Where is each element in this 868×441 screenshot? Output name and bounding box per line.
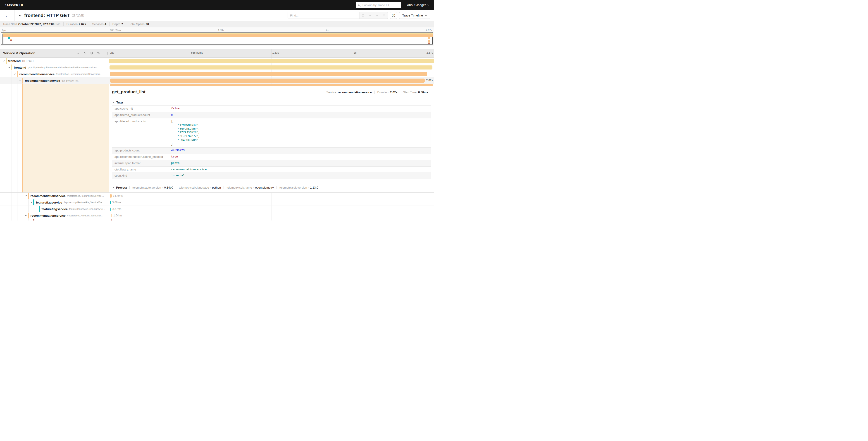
tag-row[interactable]: otel.library.name recommendationservice <box>112 167 431 173</box>
span-row[interactable]: recommendationservice get_product_list 2… <box>0 78 434 84</box>
service-color-accent <box>11 64 12 70</box>
focus-match-icon[interactable] <box>360 12 367 19</box>
span-bar[interactable] <box>111 214 112 217</box>
process-tag-key: telemetry.auto.version <box>132 186 161 189</box>
column-resize-handle[interactable] <box>107 52 108 55</box>
span-row[interactable] <box>0 219 434 220</box>
span-timeline-cell[interactable] <box>109 71 434 77</box>
prev-match-icon[interactable] <box>367 12 374 19</box>
span-duration-label: 14.49ms <box>113 194 123 198</box>
span-bar[interactable] <box>110 72 428 76</box>
about-jaeger-menu[interactable]: About Jaeger <box>407 3 430 7</box>
span-timeline-cell[interactable]: 3.47ms <box>109 206 434 212</box>
span-timeline-cell[interactable]: 3.68ms <box>109 199 434 206</box>
timeline-tick-label: 1.33s <box>273 51 279 54</box>
span-detail-tree-gutter <box>0 84 109 193</box>
span-row[interactable]: recommendationservice /hipstershop.Featu… <box>0 193 434 199</box>
span-toggle-chevron-icon[interactable] <box>30 201 33 204</box>
span-tree-cell[interactable]: recommendationservice /hipstershop.Produ… <box>0 212 109 219</box>
expand-one-icon[interactable] <box>83 52 87 55</box>
span-timeline-cell[interactable] <box>109 64 434 70</box>
tag-row[interactable]: app.filtered_products.count 8 <box>112 112 431 118</box>
tag-row[interactable]: app.cache_hit false <box>112 106 431 112</box>
span-bar[interactable] <box>110 65 432 69</box>
collapse-all-icon[interactable] <box>90 52 93 55</box>
timeline-tick-label: 666.89ms <box>191 51 203 54</box>
span-tree-cell[interactable]: frontend HTTP GET <box>0 58 109 64</box>
process-tag-value: 0.34b0 <box>164 186 173 189</box>
service-color-accent <box>39 206 40 212</box>
span-detail-panel: get_product_list Service: recommendation… <box>109 84 434 193</box>
tag-row[interactable]: app.products.count 44530923 <box>112 147 431 154</box>
service-color-accent <box>17 71 18 77</box>
timeline-gridline <box>190 206 190 212</box>
tag-row[interactable]: app.recommendation.cache_enabled true <box>112 154 431 160</box>
span-bar[interactable] <box>109 59 434 63</box>
indent-guide <box>17 199 18 206</box>
collapse-trace-chevron-icon[interactable] <box>19 14 22 17</box>
span-row[interactable]: frontend HTTP GET <box>0 58 434 64</box>
tag-row[interactable]: span.kind internal <box>112 173 431 179</box>
nav-brand[interactable]: JAEGER UI <box>4 3 23 7</box>
span-timeline-cell[interactable]: 14.49ms <box>109 193 434 199</box>
indent-guide <box>28 206 29 212</box>
minimap-span-bar <box>428 38 430 39</box>
span-tree-cell[interactable]: recommendationservice /hipstershop.Featu… <box>0 193 109 199</box>
span-bar[interactable] <box>110 201 111 204</box>
back-button[interactable]: ← <box>0 10 15 21</box>
timeline-gridline <box>353 219 353 220</box>
span-tree-cell[interactable] <box>0 219 109 220</box>
indent-guide <box>17 212 18 219</box>
span-tree-cell[interactable]: recommendationservice get_product_list <box>0 78 109 84</box>
span-tree-cell[interactable]: frontend grpc.hipstershop.Recommendation… <box>0 64 109 70</box>
span-timeline-cell[interactable] <box>109 58 434 64</box>
collapse-one-icon[interactable] <box>76 52 80 55</box>
tag-row[interactable]: internal.span.format proto <box>112 160 431 167</box>
clear-find-icon[interactable] <box>381 12 388 19</box>
span-bar[interactable] <box>110 79 425 83</box>
tags-section-toggle[interactable]: Tags <box>113 100 431 104</box>
span-row[interactable]: featureflagservice featureflagservice.re… <box>0 206 434 212</box>
span-labels: recommendationservice get_product_list <box>25 78 78 84</box>
span-bar[interactable] <box>111 208 111 211</box>
span-timeline-cell[interactable] <box>109 219 434 220</box>
span-start-time: Start Time: 8.58ms <box>400 91 431 94</box>
span-timeline-cell[interactable]: 2.62s <box>109 78 434 84</box>
tags-title: Tags <box>116 100 124 104</box>
span-toggle-chevron-icon[interactable] <box>25 214 27 217</box>
trace-title-block: frontend: HTTP GET 2f715fb <box>15 10 288 21</box>
span-toggle-chevron-icon[interactable] <box>8 66 11 69</box>
tag-key: internal.span.format <box>112 160 169 167</box>
minimap-span-bar <box>3 34 433 37</box>
span-toggle-chevron-icon[interactable] <box>19 79 22 82</box>
span-row[interactable]: frontend grpc.hipstershop.Recommendation… <box>0 64 434 71</box>
trace-id-lookup-input[interactable]: Lookup by Trace ID... <box>356 2 401 8</box>
indent-guide <box>6 84 6 193</box>
process-section-toggle[interactable]: Process: telemetry.auto.version=0.34b0 t… <box>112 186 431 189</box>
meta-label: Depth <box>113 22 120 26</box>
span-bar[interactable] <box>110 194 112 198</box>
span-bar[interactable] <box>111 219 112 220</box>
span-tree-cell[interactable]: featureflagservice /hipstershop.FeatureF… <box>0 199 109 206</box>
span-row[interactable]: recommendationservice /hipstershop.Recom… <box>0 71 434 78</box>
tag-row[interactable]: app.filtered_products.list ["1YMWWN1N4O"… <box>112 118 431 147</box>
span-toggle-chevron-icon[interactable] <box>25 195 27 197</box>
span-tree-cell[interactable]: featureflagservice featureflagservice.re… <box>0 206 109 212</box>
span-tree-cell[interactable]: recommendationservice /hipstershop.Recom… <box>0 71 109 77</box>
timeline-tick-label: 666.89ms <box>110 29 121 31</box>
span-row[interactable]: featureflagservice /hipstershop.FeatureF… <box>0 199 434 206</box>
timeline-header-row: Service & Operation 0μs666.89ms1.33s2s2.… <box>0 49 434 58</box>
span-timeline-cell[interactable]: 1.04ms <box>109 212 434 219</box>
find-input[interactable]: Find... <box>288 12 359 19</box>
minimap-canvas[interactable] <box>1 32 433 45</box>
span-row[interactable]: recommendationservice /hipstershop.Produ… <box>0 212 434 219</box>
tag-value: internal <box>169 173 431 179</box>
timeline-gridline <box>190 219 190 220</box>
span-toggle-chevron-icon[interactable] <box>13 73 16 76</box>
expand-all-icon[interactable] <box>97 52 100 55</box>
trace-view-selector[interactable]: Trace Timeline <box>399 12 430 19</box>
next-match-icon[interactable] <box>374 12 381 19</box>
keyboard-shortcuts-button[interactable]: ⌘ <box>390 12 397 19</box>
span-toggle-chevron-icon[interactable] <box>2 60 5 62</box>
trace-id-lookup-placeholder: Lookup by Trace ID... <box>363 3 392 7</box>
